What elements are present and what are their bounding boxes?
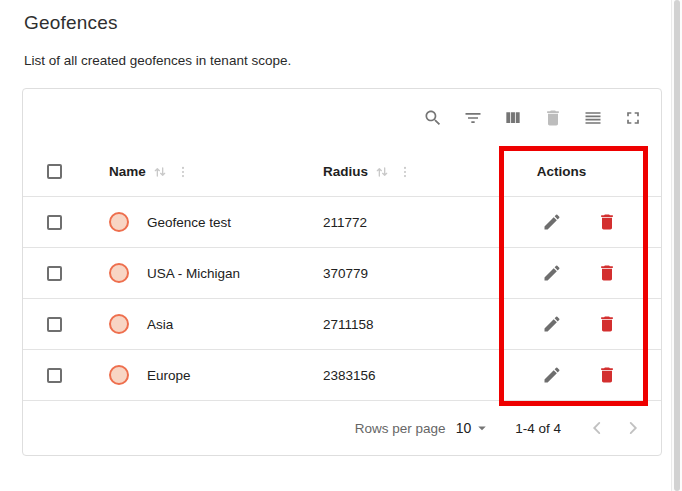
geofence-circle-icon [109, 365, 129, 385]
rows-per-page-select[interactable]: 10 [456, 419, 492, 437]
geofence-name: USA - Michigan [147, 266, 240, 281]
column-header-radius[interactable]: Radius [323, 164, 368, 179]
column-menu-icon[interactable] [398, 165, 412, 179]
geofence-name: Geofence test [147, 215, 231, 230]
column-menu-icon[interactable] [176, 165, 190, 179]
geofence-circle-icon [109, 314, 129, 334]
table-toolbar [23, 89, 661, 147]
density-icon[interactable] [581, 106, 605, 130]
next-page-button[interactable] [621, 416, 645, 440]
chevron-down-icon [473, 419, 491, 437]
geofence-name: Europe [147, 368, 191, 383]
row-checkbox[interactable] [47, 215, 62, 230]
table-row[interactable]: USA - Michigan 370779 [23, 248, 661, 299]
row-checkbox[interactable] [47, 368, 62, 383]
column-header-actions: Actions [537, 164, 587, 179]
search-icon[interactable] [421, 106, 445, 130]
geofence-radius: 370779 [323, 266, 368, 281]
table-row[interactable]: Europe 2383156 [23, 350, 661, 401]
table-pagination: Rows per page 10 1-4 of 4 [23, 401, 661, 455]
scrollbar-thumb[interactable] [674, 0, 680, 491]
page-title: Geofences [24, 12, 118, 34]
edit-icon[interactable] [542, 314, 562, 334]
delete-icon[interactable] [541, 106, 565, 130]
rows-per-page-value: 10 [456, 420, 472, 436]
rows-per-page-label: Rows per page [355, 421, 446, 436]
filter-icon[interactable] [461, 106, 485, 130]
delete-row-icon[interactable] [597, 314, 617, 334]
geofence-circle-icon [109, 212, 129, 232]
geofence-radius: 2383156 [323, 368, 376, 383]
column-header-name[interactable]: Name [109, 164, 146, 179]
table-row[interactable]: Geofence test 211772 [23, 197, 661, 248]
geofence-radius: 211772 [323, 215, 367, 230]
delete-row-icon[interactable] [597, 365, 617, 385]
columns-icon[interactable] [501, 106, 525, 130]
table-row[interactable]: Asia 2711158 [23, 299, 661, 350]
sort-icon[interactable] [374, 164, 390, 180]
sort-icon[interactable] [152, 164, 168, 180]
delete-row-icon[interactable] [597, 212, 617, 232]
geofence-circle-icon [109, 263, 129, 283]
page-scrollbar [671, 0, 682, 491]
fullscreen-icon[interactable] [621, 106, 645, 130]
page-subtitle: List of all created geofences in tenant … [24, 53, 291, 68]
edit-icon[interactable] [542, 263, 562, 283]
edit-icon[interactable] [542, 212, 562, 232]
row-checkbox[interactable] [47, 266, 62, 281]
geofences-table-card: Name Radius Actions Geofence test [22, 88, 662, 456]
edit-icon[interactable] [542, 365, 562, 385]
table-header-row: Name Radius Actions [23, 147, 661, 197]
previous-page-button[interactable] [585, 416, 609, 440]
geofence-name: Asia [147, 317, 173, 332]
delete-row-icon[interactable] [597, 263, 617, 283]
row-checkbox[interactable] [47, 317, 62, 332]
pagination-range-label: 1-4 of 4 [515, 421, 561, 436]
geofence-radius: 2711158 [323, 317, 374, 332]
select-all-checkbox[interactable] [47, 164, 62, 179]
